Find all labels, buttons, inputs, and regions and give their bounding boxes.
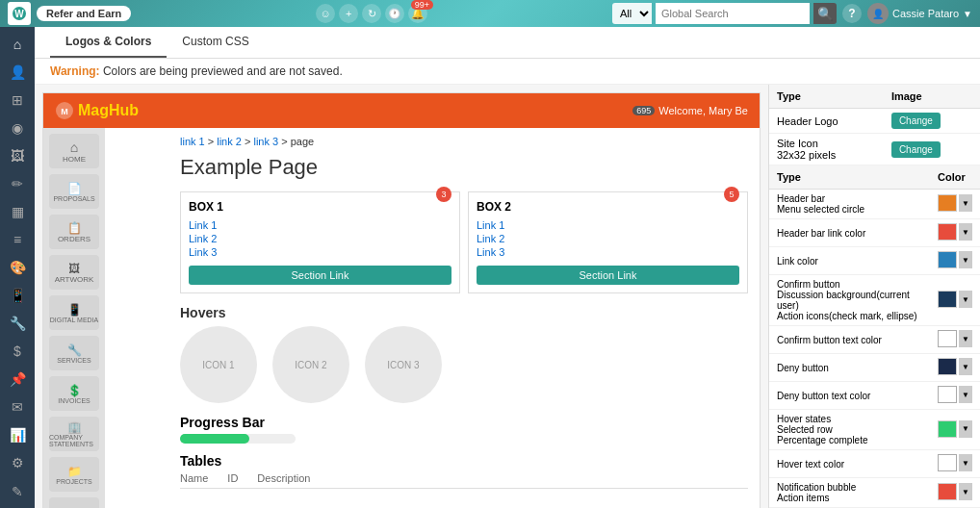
search-button[interactable]: 🔍 [813,3,837,24]
box2-section-link-button[interactable]: Section Link [477,266,739,285]
avatar: 👤 [867,3,889,24]
hovers-title: Hovers [180,305,748,320]
box2-link2[interactable]: Link 2 [477,233,739,244]
link-color-box[interactable] [938,251,957,268]
sidebar-item-eye[interactable]: ◉ [2,114,33,140]
smiley-icon[interactable]: ☺ [316,4,335,23]
user-menu[interactable]: 👤 Cassie Pataro ▼ [867,3,972,24]
sidebar-item-image[interactable]: 🖼 [2,142,33,168]
box2-link3[interactable]: Link 3 [477,246,739,258]
color-type-table: Type Color Header bar Menu selected circ… [769,165,980,508]
color-row-headerlink: Header bar link color ▼ [769,219,980,247]
box2-badge: 5 [724,187,739,202]
headerlink-color-box[interactable] [938,223,957,241]
clock-icon[interactable]: 🕐 [385,4,404,23]
notif-color-arrow[interactable]: ▼ [959,483,972,500]
sidebar-item-artwork[interactable]: 🎨 [2,255,33,281]
app-logo[interactable]: W [8,2,31,25]
hover-icon2-label: ICON 2 [295,360,326,370]
confirm-color-box[interactable] [938,291,957,308]
sidebar-item-grid[interactable]: ▦ [2,198,33,224]
preview-nav-proposals-label: PROPOSALS [53,195,94,202]
preview-nav-invoices-label: INVOICES [58,397,90,404]
link-color-label: Link color [769,247,930,275]
preview-header: M MagHub 695 Welcome, Mary Be [43,93,760,128]
breadcrumb-link1[interactable]: link 1 [180,136,205,147]
preview-nav-services: 🔧 SERVICES [49,336,99,370]
preview-nav-digital-label: DIGITAL MEDIA [50,317,99,323]
denytext-color-arrow[interactable]: ▼ [959,386,972,403]
deny-color-arrow[interactable]: ▼ [959,358,972,375]
preview-area: M MagHub 695 Welcome, Mary Be [35,85,768,508]
sidebar-item-users[interactable]: 👤 [2,59,33,85]
box1-link1[interactable]: Link 1 [189,219,451,231]
notif-color-box[interactable] [938,483,957,500]
hover-icon3-label: ICON 3 [387,360,419,370]
preview-nav-artwork-label: ARTWORK [55,275,94,284]
headerbar-color-arrow[interactable]: ▼ [959,194,972,212]
sidebar-item-pencil[interactable]: ✏ [2,170,33,196]
hovertext-label: Hover text color [769,450,930,478]
invoices-nav-icon: 💲 [67,384,82,397]
sidebar-item-chart[interactable]: 📊 [2,422,33,448]
progress-bar-fill [180,434,249,444]
confirm-color-arrow[interactable]: ▼ [959,291,972,308]
confirmtext-color-box[interactable] [938,330,957,347]
headerbar-color-box[interactable] [938,194,957,212]
sidebar-item-gear[interactable]: ⚙ [2,450,33,476]
sidebar-item-services[interactable]: 🔧 [2,311,33,337]
link-color-arrow[interactable]: ▼ [959,251,972,268]
global-search: All 🔍 [612,3,837,24]
search-input[interactable] [656,3,810,24]
sidebar-item-invoices[interactable]: $ [2,339,33,365]
box2-link1[interactable]: Link 1 [477,219,739,231]
deny-color-box[interactable] [938,358,957,375]
hovertext-color-box[interactable] [938,454,957,471]
sidebar-item-pin[interactable]: 📌 [2,367,33,393]
headerlink-swatch: ▼ [938,223,972,241]
refer-earn-button[interactable]: Refer and Earn [37,6,131,21]
preview-nav-artwork: 🖼 ARTWORK [49,255,99,290]
hover-icon-2: ICON 2 [272,326,349,403]
table-col-id: ID [227,472,238,484]
notification-badge[interactable]: 🔔 99+ [408,4,427,23]
reload-icon[interactable]: ↻ [362,4,381,23]
breadcrumb-link3[interactable]: link 3 [253,136,278,147]
sidebar-item-digital[interactable]: 📱 [2,283,33,309]
sidebar-item-pencil2[interactable]: ✎ [2,478,33,504]
headerlink-color-arrow[interactable]: ▼ [959,223,972,241]
box-1: 3 BOX 1 Link 1 Link 2 Link 3 Section Lin… [180,191,460,293]
sidebar-item-puzzle[interactable]: ⊞ [2,87,33,113]
denytext-color-box[interactable] [938,386,957,403]
add-icon[interactable]: + [339,4,358,23]
confirmtext-color-arrow[interactable]: ▼ [959,330,972,347]
sidebar-item-envelope[interactable]: ✉ [2,394,33,420]
box1-link2[interactable]: Link 2 [189,233,451,244]
preview-logo-text: MagHub [78,102,139,119]
preview-body: ⌂ HOME 📄 PROPOSALS 📋 ORDERS [43,128,760,508]
headerbar-swatch: ▼ [938,194,972,212]
sidebar-item-home[interactable]: ⌂ [2,31,33,57]
sidebar-item-orders[interactable]: ≡ [2,226,33,252]
site-icon-change-button[interactable]: Change [891,141,941,158]
hover-color-box[interactable] [938,420,957,438]
box1-section-link-button[interactable]: Section Link [189,266,451,285]
site-icon-label: Site Icon 32x32 pixels [769,134,884,165]
hover-color-arrow[interactable]: ▼ [959,420,972,438]
box1-link3[interactable]: Link 3 [189,246,451,258]
tab-logos-colors[interactable]: Logos & Colors [50,27,167,58]
preview-nav: ⌂ HOME 📄 PROPOSALS 📋 ORDERS [43,128,105,508]
denytext-label: Deny button text color [769,382,930,410]
headerbar-label: Header bar Menu selected circle [769,190,930,219]
tab-custom-css[interactable]: Custom CSS [167,27,264,58]
help-icon[interactable]: ? [842,4,862,23]
header-logo-change-button[interactable]: Change [891,113,941,129]
preview-frame: M MagHub 695 Welcome, Mary Be [42,92,761,508]
user-dropdown-arrow: ▼ [963,9,972,19]
header-logo-label: Header Logo [769,109,884,134]
search-scope-select[interactable]: All [612,3,652,24]
breadcrumb-link2[interactable]: link 2 [217,136,242,147]
preview-nav-edit: ✏ [49,497,99,508]
hovertext-color-arrow[interactable]: ▼ [959,454,972,471]
warning-prefix: Warning: [50,64,100,78]
